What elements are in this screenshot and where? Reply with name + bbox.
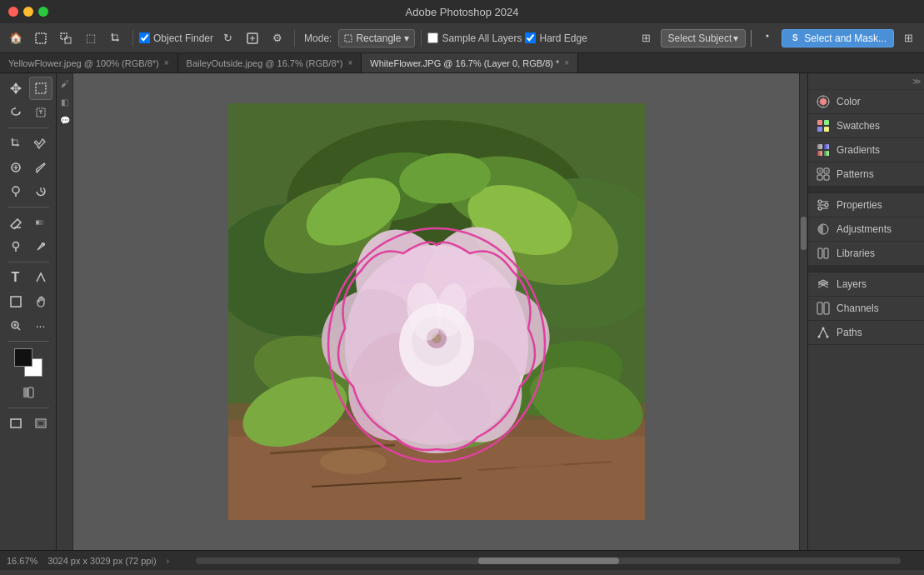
select-subject-label: Select Subject: [668, 32, 732, 44]
select-subject-options[interactable]: [757, 28, 778, 49]
title-bar: Adobe Photoshop 2024: [0, 0, 924, 23]
screen-mode-2[interactable]: [29, 412, 52, 435]
separator-2: [294, 30, 295, 47]
refresh-button[interactable]: ↻: [217, 28, 238, 49]
tab-yellowflower-label: YellowFlower.jpeg @ 100% (RGB/8*): [8, 58, 159, 68]
more-tools[interactable]: ···: [29, 314, 52, 338]
rectangle-shape-tool[interactable]: [4, 290, 27, 313]
svg-point-9: [12, 187, 19, 193]
extra-tool[interactable]: ⊞: [636, 28, 657, 49]
svg-rect-66: [824, 144, 829, 149]
panel-item-gradients[interactable]: Gradients: [808, 138, 924, 162]
svg-point-85: [822, 328, 825, 330]
text-tool[interactable]: T: [4, 266, 27, 289]
screen-mode-1[interactable]: [4, 412, 27, 435]
tool-separator-5: [7, 408, 49, 408]
svg-point-5: [767, 34, 769, 37]
canvas-area[interactable]: [73, 73, 799, 550]
panel-item-patterns[interactable]: Patterns: [808, 162, 924, 187]
gradient-tool[interactable]: [29, 211, 52, 234]
panel-icon-chat[interactable]: 💬: [58, 113, 72, 127]
crop-tool-left[interactable]: [4, 132, 27, 155]
swatches-icon: [817, 119, 830, 132]
path-select-tool[interactable]: [29, 266, 52, 289]
tool-separator-3: [7, 262, 49, 262]
panel-item-layers[interactable]: Layers: [808, 272, 924, 297]
zoom-tool[interactable]: [4, 314, 27, 338]
select-marquee-tool[interactable]: [29, 77, 52, 100]
panel-item-libraries[interactable]: Libraries: [808, 242, 924, 266]
eyedropper-tool[interactable]: [29, 132, 52, 155]
tab-baileyoutside[interactable]: BaileyOutside.jpeg @ 16.7% (RGB/8*) ×: [178, 53, 362, 72]
app-title: Adobe Photoshop 2024: [406, 6, 519, 18]
move-tool[interactable]: [4, 77, 27, 100]
color-icon: [817, 95, 830, 108]
color-label: Color: [837, 96, 861, 108]
zoom-level: 16.67%: [7, 556, 37, 566]
settings-button[interactable]: ⚙: [267, 28, 288, 49]
spot-heal-tool[interactable]: [4, 156, 27, 179]
nav-arrow[interactable]: ›: [167, 556, 170, 566]
panel-item-properties[interactable]: Properties: [808, 193, 924, 218]
panel-item-paths[interactable]: Paths: [808, 321, 924, 345]
panel-icon-brush[interactable]: 🖌: [58, 77, 72, 90]
select-tool[interactable]: [30, 28, 52, 49]
adjustments-label: Adjustments: [837, 223, 892, 235]
pen-tool[interactable]: [29, 235, 52, 258]
quick-mask-tool[interactable]: [17, 381, 40, 404]
panel-item-channels[interactable]: Channels: [808, 297, 924, 321]
left-toolbar: T ···: [0, 73, 57, 550]
tab-whiteflower-close[interactable]: ×: [564, 58, 569, 68]
close-button[interactable]: [8, 7, 18, 17]
scrollbar-thumb[interactable]: [478, 558, 619, 564]
tool-row-12: [4, 412, 52, 435]
tool-row-11: [17, 381, 40, 404]
panel-item-adjustments[interactable]: Adjustments: [808, 218, 924, 242]
mode-dropdown-value: Rectangle: [356, 32, 401, 44]
tool-row-2: [4, 101, 52, 124]
maximize-button[interactable]: [38, 7, 48, 17]
mode-dropdown[interactable]: Rectangle ▾: [338, 29, 415, 48]
lasso-tool[interactable]: [4, 101, 27, 124]
eraser-tool[interactable]: [4, 211, 27, 234]
tab-yellowflower[interactable]: YellowFlower.jpeg @ 100% (RGB/8*) ×: [0, 53, 178, 72]
panel-item-swatches[interactable]: Swatches: [808, 114, 924, 138]
home-button[interactable]: 🏠: [5, 28, 27, 49]
tool-options[interactable]: [55, 28, 77, 49]
tab-yellowflower-close[interactable]: ×: [164, 58, 169, 68]
scrollbar-thumb[interactable]: [801, 217, 807, 250]
dodge-tool[interactable]: [4, 235, 27, 258]
main-layout: T ···: [0, 73, 924, 550]
tab-baileyoutside-close[interactable]: ×: [347, 58, 352, 68]
select-subject-button[interactable]: Select Subject ▾: [661, 29, 747, 48]
panel-icon-layers[interactable]: ◧: [58, 95, 72, 108]
select-and-mask-button[interactable]: S Select and Mask...: [782, 29, 894, 48]
window-controls: [8, 7, 48, 17]
magic-wand-tool[interactable]: [29, 101, 52, 124]
color-squares[interactable]: [14, 348, 42, 377]
horizontal-scrollbar[interactable]: [196, 558, 901, 564]
canvas-container: [228, 103, 645, 520]
tab-whiteflower[interactable]: WhiteFlower.JPG @ 16.7% (Layer 0, RGB/8)…: [362, 53, 578, 72]
canvas-scrollbar-vertical[interactable]: [799, 73, 807, 550]
panel-collapse-button[interactable]: ≫: [808, 73, 924, 90]
mask-button[interactable]: [242, 28, 263, 49]
svg-rect-62: [824, 120, 829, 125]
select-mask-options[interactable]: ⊞: [897, 28, 919, 49]
svg-rect-1: [61, 33, 67, 39]
crop-tool[interactable]: [105, 28, 127, 49]
sample-all-layers-checkbox[interactable]: Sample All Layers: [427, 32, 522, 44]
side-icon-panel: 🖌 ◧ 💬: [57, 73, 73, 550]
object-finder-checkbox[interactable]: Object Finder: [139, 32, 213, 44]
hand-tool[interactable]: [29, 290, 52, 313]
hard-edge-checkbox[interactable]: Hard Edge: [525, 32, 587, 44]
foreground-color[interactable]: [14, 348, 32, 367]
clone-stamp-tool[interactable]: [4, 180, 27, 203]
svg-rect-81: [817, 302, 822, 314]
tool-separator-4: [7, 341, 49, 342]
history-brush-tool[interactable]: [29, 180, 52, 203]
transform-tool[interactable]: ⬚: [80, 28, 102, 49]
brush-tool[interactable]: [29, 156, 52, 179]
panel-item-color[interactable]: Color: [808, 90, 924, 114]
minimize-button[interactable]: [23, 7, 33, 17]
